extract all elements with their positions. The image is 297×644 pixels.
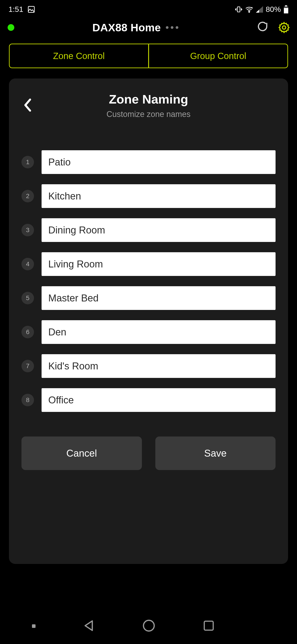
panel-subtitle: Customize zone names [20, 110, 277, 119]
nav-back-button[interactable] [82, 618, 96, 634]
zone-row: 8 [21, 388, 276, 412]
zone-number-badge: 8 [21, 394, 34, 406]
app-header: DAX88 Home [0, 16, 297, 36]
refresh-button[interactable] [256, 21, 269, 34]
app-title: DAX88 Home [92, 22, 161, 34]
zone-row: 3 [21, 218, 276, 242]
nav-indicator-icon [32, 624, 35, 628]
zone-name-input-1[interactable] [41, 150, 276, 174]
zone-row: 4 [21, 252, 276, 276]
more-menu-icon[interactable] [166, 26, 178, 29]
battery-percent: 80% [266, 5, 281, 14]
zone-number-badge: 4 [21, 258, 34, 270]
back-button[interactable] [23, 98, 33, 113]
zone-number-badge: 5 [21, 292, 34, 304]
image-icon [27, 5, 35, 14]
panel-title: Zone Naming [20, 92, 277, 106]
svg-point-7 [143, 620, 154, 631]
zone-number-badge: 6 [21, 326, 34, 338]
zone-name-input-6[interactable] [41, 320, 276, 344]
nav-home-button[interactable] [142, 618, 156, 634]
zone-naming-panel: Zone Naming Customize zone names 1 2 3 4… [9, 78, 288, 564]
tab-zone-control[interactable]: Zone Control [9, 44, 148, 68]
zone-row: 2 [21, 184, 276, 208]
save-button[interactable]: Save [155, 436, 276, 470]
zone-name-input-8[interactable] [41, 388, 276, 412]
zone-row: 7 [21, 354, 276, 378]
zone-name-input-5[interactable] [41, 286, 276, 310]
settings-button[interactable] [278, 21, 290, 34]
svg-rect-3 [285, 5, 287, 6]
zone-name-input-3[interactable] [41, 218, 276, 242]
svg-rect-8 [204, 621, 213, 630]
zone-name-input-2[interactable] [41, 184, 276, 208]
status-time: 1:51 [8, 5, 23, 14]
android-nav-bar [0, 608, 297, 644]
nav-recent-button[interactable] [202, 619, 215, 633]
wifi-icon [245, 6, 253, 13]
zone-row: 5 [21, 286, 276, 310]
svg-rect-5 [284, 8, 288, 14]
svg-rect-1 [237, 7, 240, 12]
svg-point-2 [249, 12, 250, 12]
signal-icon [256, 6, 263, 13]
zone-number-badge: 3 [21, 224, 34, 236]
zone-list: 1 2 3 4 5 6 7 8 [20, 150, 277, 412]
panel-header: Zone Naming Customize zone names [20, 92, 277, 119]
zone-number-badge: 7 [21, 360, 34, 372]
battery-icon [284, 5, 289, 14]
zone-number-badge: 1 [21, 156, 34, 168]
vibrate-icon [235, 6, 243, 13]
zone-row: 1 [21, 150, 276, 174]
connection-status-dot [7, 24, 14, 31]
cancel-button[interactable]: Cancel [21, 436, 142, 470]
zone-number-badge: 2 [21, 190, 34, 202]
action-buttons: Cancel Save [20, 436, 277, 470]
zone-row: 6 [21, 320, 276, 344]
control-tabs: Zone Control Group Control [9, 44, 288, 68]
svg-point-6 [283, 26, 286, 29]
tab-group-control[interactable]: Group Control [148, 44, 288, 68]
android-status-bar: 1:51 80% [0, 0, 297, 16]
zone-name-input-4[interactable] [41, 252, 276, 276]
zone-name-input-7[interactable] [41, 354, 276, 378]
